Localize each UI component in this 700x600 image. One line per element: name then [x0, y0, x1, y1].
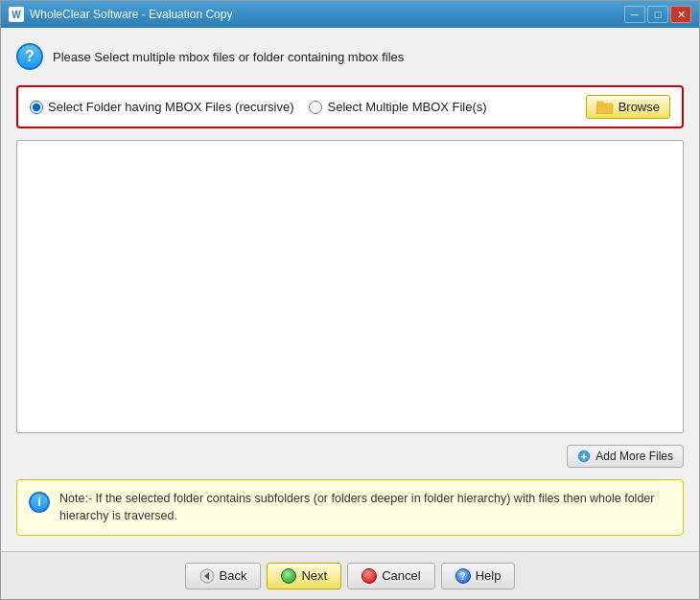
next-button[interactable]: Next — [267, 563, 341, 589]
back-icon — [199, 568, 215, 584]
back-label: Back — [220, 568, 247, 583]
add-icon: + — [577, 450, 591, 463]
note-info-icon: i — [29, 492, 50, 513]
header-row: ? Please Select multiple mbox files or f… — [16, 43, 684, 70]
titlebar: W WholeClear Software - Evaluation Copy … — [1, 1, 699, 28]
browse-button[interactable]: Browse — [586, 95, 670, 119]
radio-option-folder[interactable]: Select Folder having MBOX Files (recursi… — [30, 100, 293, 114]
main-window: W WholeClear Software - Evaluation Copy … — [0, 0, 700, 600]
help-button[interactable]: ? Help — [441, 563, 516, 589]
radio-folder-label: Select Folder having MBOX Files (recursi… — [48, 100, 293, 114]
question-icon: ? — [16, 43, 43, 70]
footer: Back Next Cancel ? Help — [1, 551, 699, 599]
next-icon — [281, 568, 296, 584]
help-icon: ? — [455, 568, 471, 584]
note-box: i Note:- If the selected folder contains… — [16, 479, 684, 537]
help-label: Help — [476, 568, 502, 583]
back-button[interactable]: Back — [185, 563, 262, 589]
svg-rect-1 — [596, 102, 603, 105]
app-icon: W — [9, 7, 24, 22]
content-area: ? Please Select multiple mbox files or f… — [1, 28, 699, 551]
folder-icon — [596, 100, 614, 114]
radio-option-files[interactable]: Select Multiple MBOX File(s) — [309, 100, 486, 114]
add-more-row: + Add More Files — [16, 445, 684, 468]
cancel-icon — [362, 568, 377, 584]
next-label: Next — [301, 568, 327, 583]
minimize-button[interactable]: ─ — [624, 6, 645, 23]
cancel-button[interactable]: Cancel — [347, 563, 434, 589]
cancel-label: Cancel — [382, 568, 420, 583]
add-more-button[interactable]: + Add More Files — [567, 445, 684, 468]
header-text: Please Select multiple mbox files or fol… — [53, 50, 404, 64]
maximize-button[interactable]: □ — [647, 6, 668, 23]
add-more-label: Add More Files — [595, 450, 673, 463]
titlebar-buttons: ─ □ ✕ — [624, 6, 691, 23]
svg-text:+: + — [581, 450, 587, 462]
radio-files[interactable] — [309, 101, 322, 114]
radio-folder[interactable] — [30, 101, 43, 114]
titlebar-left: W WholeClear Software - Evaluation Copy — [9, 7, 232, 22]
selection-box: Select Folder having MBOX Files (recursi… — [16, 85, 684, 128]
radio-files-label: Select Multiple MBOX File(s) — [327, 100, 486, 114]
browse-label: Browse — [618, 100, 660, 114]
titlebar-title: WholeClear Software - Evaluation Copy — [30, 8, 232, 21]
file-list-area[interactable] — [16, 140, 684, 433]
radio-group: Select Folder having MBOX Files (recursi… — [30, 100, 576, 114]
close-button[interactable]: ✕ — [670, 6, 691, 23]
note-text: Note:- If the selected folder contains s… — [59, 490, 671, 526]
